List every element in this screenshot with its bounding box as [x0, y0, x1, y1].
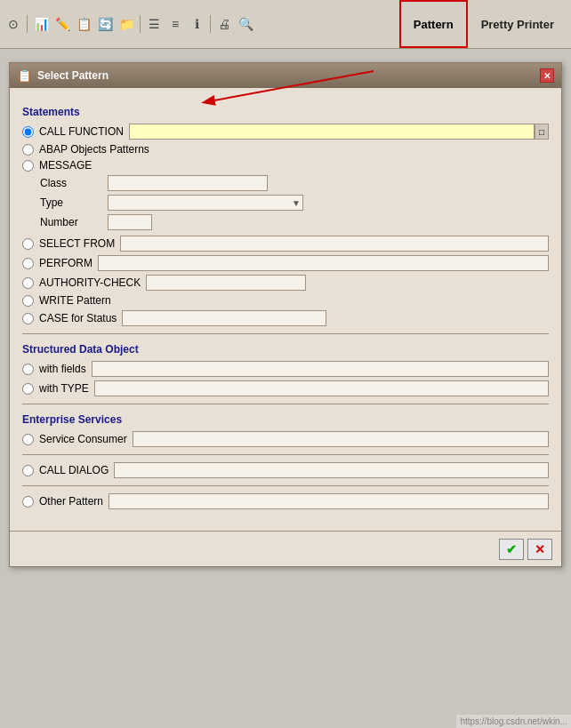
dialog-title-icon: 📋	[17, 68, 32, 83]
radio-message[interactable]	[22, 160, 34, 172]
radio-call-dialog[interactable]	[22, 465, 34, 476]
type-dropdown-arrow: ▼	[292, 198, 301, 208]
dialog-footer: ✔ ✕	[10, 531, 561, 566]
radio-row-select-from: SELECT FROM	[22, 236, 549, 252]
radio-row-service-consumer: Service Consumer	[22, 431, 549, 447]
icon-6[interactable]: 📁	[117, 14, 136, 34]
icon-3[interactable]: ✏️	[52, 14, 72, 34]
input-number[interactable]	[108, 214, 152, 230]
label-authority-check: AUTHORITY-CHECK	[39, 276, 141, 289]
label-abap-objects: ABAP Objects Patterns	[39, 143, 149, 156]
radio-row-case-status: CASE for Status	[22, 310, 549, 326]
call-function-input-wrap: □	[129, 124, 549, 140]
input-perform[interactable]	[98, 255, 549, 271]
icon-10[interactable]: 🖨	[214, 14, 234, 34]
icon-8[interactable]: ≡	[165, 14, 185, 34]
label-with-type: with TYPE	[39, 382, 89, 395]
cancel-icon: ✕	[535, 542, 545, 556]
structured-heading: Structured Data Object	[22, 343, 549, 356]
input-service-consumer[interactable]	[133, 431, 549, 447]
label-write-pattern: WRITE Pattern	[39, 294, 111, 307]
toolbar: ⊙ 📊 ✏️ 📋 🔄 📁 ☰ ≡ ℹ 🖨 🔍 Pattern Pretty Pr…	[0, 0, 571, 49]
statements-heading: Statements	[22, 106, 549, 118]
icon-7[interactable]: ☰	[144, 14, 164, 34]
radio-case-status[interactable]	[22, 313, 34, 324]
radio-row-perform: PERFORM	[22, 255, 549, 271]
input-select-from[interactable]	[120, 236, 549, 252]
label-select-from: SELECT FROM	[39, 237, 115, 250]
radio-row-call-dialog: CALL DIALOG	[22, 462, 549, 478]
call-function-expand-btn[interactable]: □	[535, 124, 549, 140]
radio-row-call-function: CALL FUNCTION □	[22, 124, 549, 140]
icon-1[interactable]: ⊙	[4, 14, 23, 34]
radio-row-with-type: with TYPE	[22, 380, 549, 396]
input-class[interactable]	[108, 175, 268, 191]
ok-icon: ✔	[506, 542, 517, 556]
radio-row-message: MESSAGE	[22, 159, 549, 172]
icon-11[interactable]: 🔍	[236, 14, 255, 34]
dialog-title-text: Select Pattern	[37, 69, 109, 82]
divider-1	[22, 333, 549, 334]
dialog-close-button[interactable]: ✕	[540, 68, 554, 83]
radio-abap-objects[interactable]	[22, 144, 34, 156]
sub-row-number: Number	[40, 214, 549, 230]
label-case-status: CASE for Status	[39, 312, 117, 324]
input-case-status[interactable]	[122, 310, 326, 326]
radio-perform[interactable]	[22, 258, 34, 269]
dialog-body: Statements CALL FUNCTION □ ABAP Objects …	[10, 88, 561, 566]
radio-authority-check[interactable]	[22, 277, 34, 289]
call-function-input[interactable]	[129, 124, 535, 140]
input-authority-check[interactable]	[146, 275, 306, 291]
sub-row-class: Class	[40, 175, 549, 191]
input-call-dialog[interactable]	[114, 462, 549, 478]
select-pattern-dialog: 📋 Select Pattern ✕ Statements CALL FUNCT…	[9, 62, 562, 567]
radio-row-abap-objects: ABAP Objects Patterns	[22, 143, 549, 156]
divider-3	[22, 454, 549, 455]
radio-row-authority-check: AUTHORITY-CHECK	[22, 275, 549, 291]
radio-call-function[interactable]	[22, 126, 34, 138]
tab-pattern-label: Pattern	[414, 18, 454, 31]
label-other-pattern: Other Pattern	[39, 495, 103, 508]
cancel-button[interactable]: ✕	[527, 539, 552, 560]
label-class: Class	[40, 177, 102, 189]
label-message: MESSAGE	[39, 159, 92, 172]
sub-row-type: Type ▼	[40, 195, 549, 211]
icon-9[interactable]: ℹ	[187, 14, 206, 34]
icon-4[interactable]: 📋	[74, 14, 93, 34]
radio-row-with-fields: with fields	[22, 361, 549, 377]
icon-5[interactable]: 🔄	[95, 14, 115, 34]
radio-row-other-pattern: Other Pattern	[22, 493, 549, 509]
divider-2	[22, 404, 549, 404]
tab-pretty-printer[interactable]: Pretty Printer	[468, 0, 567, 48]
radio-write-pattern[interactable]	[22, 295, 34, 307]
ok-button[interactable]: ✔	[499, 539, 524, 560]
radio-service-consumer[interactable]	[22, 434, 34, 445]
label-call-function: CALL FUNCTION	[39, 125, 124, 138]
icon-2[interactable]: 📊	[31, 14, 51, 34]
divider-4	[22, 485, 549, 486]
label-type: Type	[40, 196, 102, 209]
input-with-type[interactable]	[94, 380, 549, 396]
separator-1	[27, 15, 28, 33]
toolbar-tabs: Pattern Pretty Printer	[399, 0, 567, 48]
label-number: Number	[40, 216, 102, 228]
input-other-pattern[interactable]	[109, 493, 549, 509]
dialog-titlebar: 📋 Select Pattern ✕	[10, 63, 561, 88]
enterprise-heading: Enterprise Services	[22, 413, 549, 426]
radio-other-pattern[interactable]	[22, 496, 34, 508]
radio-with-fields[interactable]	[22, 364, 34, 375]
input-with-fields[interactable]	[92, 361, 549, 377]
separator-3	[210, 15, 211, 33]
toolbar-icons: ⊙ 📊 ✏️ 📋 🔄 📁 ☰ ≡ ℹ 🖨 🔍	[4, 14, 399, 34]
label-service-consumer: Service Consumer	[39, 433, 127, 445]
label-perform: PERFORM	[39, 257, 92, 269]
radio-select-from[interactable]	[22, 238, 34, 250]
separator-2	[140, 15, 141, 33]
radio-row-write-pattern: WRITE Pattern	[22, 294, 549, 307]
dialog-title: 📋 Select Pattern	[17, 68, 109, 83]
label-call-dialog: CALL DIALOG	[39, 464, 109, 476]
radio-with-type[interactable]	[22, 383, 34, 395]
tab-pretty-printer-label: Pretty Printer	[481, 18, 554, 31]
watermark: https://blog.csdn.net/wkin...	[456, 715, 571, 728]
tab-pattern[interactable]: Pattern	[399, 0, 468, 48]
